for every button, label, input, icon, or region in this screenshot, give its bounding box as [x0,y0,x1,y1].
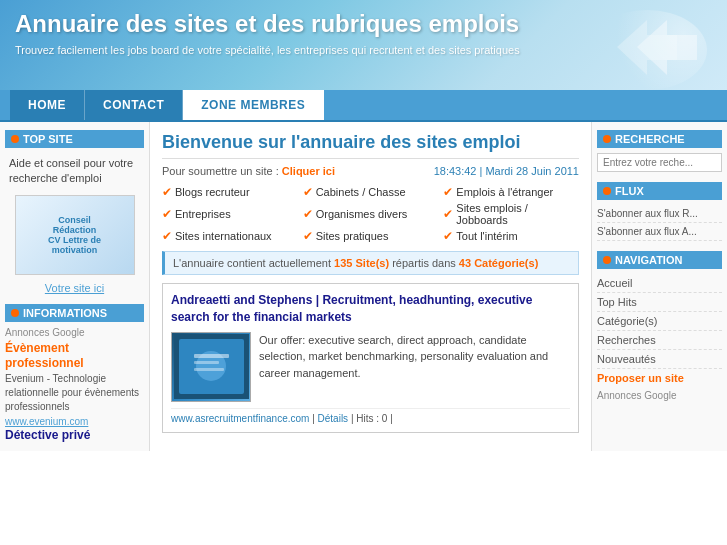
content-title: Bienvenue sur l'annuaire des sites emplo… [162,132,579,159]
right-nav-categories[interactable]: Catégorie(s) [597,312,722,331]
info-section: INFORMATIONS Annonces Google Évènement p… [5,304,144,442]
categories-grid: ✔ Blogs recruteur ✔ Cabinets / Chasse ✔ … [162,185,579,243]
event-org: Evenium - Technologie relationnelle pour… [5,372,144,414]
cat-interim[interactable]: ✔ Tout l'intérim [443,229,579,243]
stats-sites: 135 Site(s) [334,257,389,269]
listing-hits: Hits : 0 [356,413,387,424]
detective-title[interactable]: Détective privé [5,428,144,442]
cat-organismes[interactable]: ✔ Organismes divers [303,202,439,226]
info-icon [11,309,19,317]
sidebar-right: RECHERCHE FLUX S'abonner aux flux R... S… [592,122,727,451]
navigation-bar: HOME CONTACT ZONE MEMBRES [0,90,727,122]
header: Annuaire des sites et des rubriques empl… [0,0,727,90]
listing-thumbnail [171,332,251,402]
info-section-title: INFORMATIONS [5,304,144,322]
right-nav-nouveautes[interactable]: Nouveautés [597,350,722,369]
svg-rect-5 [194,354,229,358]
top-site-label: TOP SITE [23,133,73,145]
main-content: TOP SITE Aide et conseil pour votre rech… [0,122,727,451]
stats-cats: 43 Catégorie(s) [459,257,538,269]
recherche-section: RECHERCHE [597,130,722,172]
flux-label: FLUX [615,185,644,197]
info-label: INFORMATIONS [23,307,107,319]
google-ads-left: Annonces Google [5,327,144,338]
nav-contact[interactable]: CONTACT [85,90,183,120]
listing-footer: www.asrecruitmentfinance.com | Détails |… [171,408,570,424]
check-icon: ✔ [162,229,172,243]
flux-section: FLUX S'abonner aux flux R... S'abonner a… [597,182,722,241]
main-content-area: Bienvenue sur l'annuaire des sites emplo… [150,122,592,451]
listing-description: Our offer: executive search, direct appr… [259,332,570,402]
submit-line: Pour soumettre un site : Cliquer ici 18:… [162,165,579,177]
svg-rect-7 [194,368,224,371]
cat-label: Emplois à l'étranger [456,186,553,198]
top-site-image: ConseilRédactionCV Lettre demotivation [15,195,135,275]
event-title[interactable]: Évènement professionnel [5,341,144,372]
submit-label: Pour soumettre un site : Cliquer ici [162,165,335,177]
check-icon: ✔ [443,185,453,199]
recherche-title: RECHERCHE [597,130,722,148]
flux-icon [603,187,611,195]
top-site-desc: Aide et conseil pour votre recherche d'e… [5,153,144,190]
right-nav-accueil[interactable]: Accueil [597,274,722,293]
listing-body: Our offer: executive search, direct appr… [171,332,570,402]
recherche-icon [603,135,611,143]
check-icon: ✔ [303,229,313,243]
site-title: Annuaire des sites et des rubriques empl… [15,10,595,39]
cat-label: Sites internationaux [175,230,272,242]
check-icon: ✔ [162,207,172,221]
nav-icon [603,256,611,264]
right-nav-proposer[interactable]: Proposer un site [597,369,722,387]
submit-link[interactable]: Cliquer ici [282,165,335,177]
flux-r-link[interactable]: S'abonner aux flux R... [597,205,722,223]
right-nav-recherches[interactable]: Recherches [597,331,722,350]
cat-label: Blogs recruteur [175,186,250,198]
site-subtitle: Trouvez facilement les jobs board de vot… [15,44,575,56]
section-icon [11,135,19,143]
cat-international[interactable]: ✔ Sites internationaux [162,229,298,243]
navigation-section: NAVIGATION Accueil Top Hits Catégorie(s)… [597,251,722,401]
check-icon: ✔ [443,207,453,221]
listing-details[interactable]: Détails [318,413,349,424]
cat-label: Sites emplois / Jobboards [456,202,579,226]
listing-title[interactable]: Andreaetti and Stephens | Recruitment, h… [171,292,570,326]
cat-label: Organismes divers [316,208,408,220]
svg-marker-0 [637,20,697,75]
search-input[interactable] [597,153,722,172]
site-listing: Andreaetti and Stephens | Recruitment, h… [162,283,579,433]
cat-entreprises[interactable]: ✔ Entreprises [162,202,298,226]
google-ads-right: Annonces Google [597,390,722,401]
header-decoration [607,10,707,85]
cat-label: Cabinets / Chasse [316,186,406,198]
cat-blogs[interactable]: ✔ Blogs recruteur [162,185,298,199]
cat-cabinets[interactable]: ✔ Cabinets / Chasse [303,185,439,199]
cat-jobboards[interactable]: ✔ Sites emplois / Jobboards [443,202,579,226]
votre-site-link[interactable]: Votre site ici [5,280,144,296]
check-icon: ✔ [303,207,313,221]
cat-pratiques[interactable]: ✔ Sites pratiques [303,229,439,243]
cat-label: Sites pratiques [316,230,389,242]
check-icon: ✔ [162,185,172,199]
navigation-label: NAVIGATION [615,254,682,266]
cat-emplois-etranger[interactable]: ✔ Emplois à l'étranger [443,185,579,199]
cat-label: Tout l'intérim [456,230,517,242]
flux-title: FLUX [597,182,722,200]
nav-zone-membres[interactable]: ZONE MEMBRES [183,90,324,120]
sidebar-left: TOP SITE Aide et conseil pour votre rech… [0,122,150,451]
right-nav-top-hits[interactable]: Top Hits [597,293,722,312]
check-icon: ✔ [443,229,453,243]
svg-marker-1 [617,20,677,75]
recherche-label: RECHERCHE [615,133,685,145]
datetime: 18:43:42 | Mardi 28 Juin 2011 [434,165,579,177]
check-icon: ✔ [303,185,313,199]
image-inner: ConseilRédactionCV Lettre demotivation [48,215,101,255]
flux-a-link[interactable]: S'abonner aux flux A... [597,223,722,241]
listing-url[interactable]: www.asrecruitmentfinance.com [171,413,309,424]
thumb-image [174,334,249,399]
navigation-title: NAVIGATION [597,251,722,269]
svg-rect-6 [194,361,219,364]
cat-label: Entreprises [175,208,231,220]
nav-home[interactable]: HOME [10,90,85,120]
event-url[interactable]: www.evenium.com [5,416,88,427]
stats-line: L'annuaire contient actuellement 135 Sit… [162,251,579,275]
